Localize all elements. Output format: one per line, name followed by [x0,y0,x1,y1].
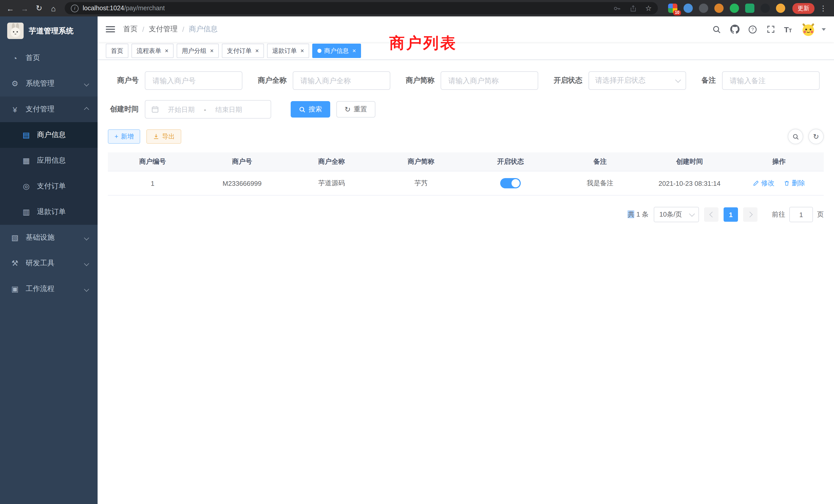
sidebar-item-infra[interactable]: ▧ 基础设施 [0,225,97,250]
password-key-icon[interactable] [612,4,622,13]
extensions-area: 10 [668,4,785,13]
top-navbar: 首页 / 支付管理 / 商户信息 ? TT [97,17,834,42]
sidebar-item-pay-order[interactable]: ◎ 支付订单 [0,174,97,199]
goto-page-input[interactable] [789,207,813,222]
close-icon[interactable]: × [210,48,214,54]
extension-icon[interactable] [683,4,693,13]
extension-icon[interactable] [745,4,754,13]
breadcrumb: 首页 / 支付管理 / 商户信息 [123,25,218,34]
page-content: 商户号 商户全称 商户简称 开启状态 请选择开启状态 备注 [97,60,834,222]
breadcrumb-payment[interactable]: 支付管理 [149,25,178,34]
col-merchant-no: 商户号 [197,153,287,171]
remark-input[interactable] [729,76,813,85]
sidebar-item-refund-order[interactable]: ▥ 退款订单 [0,199,97,225]
close-icon[interactable]: × [165,48,169,54]
prev-page-button[interactable] [704,207,719,222]
sidebar-item-label: 支付管理 [26,105,54,114]
document-icon: ▥ [22,207,31,216]
extension-icon[interactable] [776,4,785,13]
tab-home[interactable]: 首页 [106,44,128,58]
tab-pay-order[interactable]: 支付订单× [222,44,264,58]
pagination-total: 共 1 条 [628,210,649,219]
merchant-no-input[interactable] [152,76,236,85]
extension-icon[interactable]: 10 [668,4,677,13]
date-range-picker[interactable]: - [145,100,271,118]
extension-icon[interactable] [714,4,724,13]
sidebar-item-home[interactable]: ◔ 首页 [0,45,97,71]
breadcrumb-current: 商户信息 [189,25,218,34]
user-avatar[interactable] [800,22,816,37]
page-size-select[interactable]: 10条/页 [654,207,699,222]
monitor-icon: ▧ [10,233,20,242]
calendar-icon [152,106,159,113]
dashboard-icon: ◔ [10,54,20,62]
toggle-search-button[interactable] [788,129,803,144]
close-icon[interactable]: × [301,48,304,54]
extension-icon[interactable] [699,4,708,13]
create-time-label: 创建时间 [108,105,139,114]
app-logo-row[interactable]: 芋道管理系统 [0,17,97,45]
status-toggle[interactable] [500,178,521,188]
cell-status [466,171,555,195]
page-number-button[interactable]: 1 [724,207,738,222]
refresh-icon: ↻ [345,106,351,113]
sidebar-item-label: 研发工具 [26,259,54,268]
tabs-bar: 首页 流程表单× 用户分组× 支付订单× 退款订单× 商户信息× [97,42,834,60]
tab-merchant-info[interactable]: 商户信息× [312,44,361,58]
short-name-input[interactable] [447,76,531,85]
hamburger-icon[interactable] [106,26,115,32]
full-name-input[interactable] [300,76,383,85]
address-bar[interactable]: i localhost:1024/pay/merchant ☆ [65,2,658,14]
bookmark-star-icon[interactable]: ☆ [645,4,652,12]
breadcrumb-home[interactable]: 首页 [123,25,138,34]
gear-icon: ⚙ [10,79,20,88]
delete-button[interactable]: 删除 [784,179,805,188]
cell-remark: 我是备注 [555,171,645,195]
sidebar-item-app-info[interactable]: ▦ 应用信息 [0,148,97,174]
reload-icon[interactable]: ↻ [33,2,45,14]
tab-refund-order[interactable]: 退款订单× [267,44,309,58]
site-info-icon[interactable]: i [71,4,79,12]
col-remark: 备注 [555,153,645,171]
col-create-time: 创建时间 [645,153,734,171]
forward-icon[interactable]: → [19,2,31,14]
add-button[interactable]: + 新增 [108,129,140,144]
close-icon[interactable]: × [352,48,356,54]
target-icon: ◎ [22,182,31,191]
search-button[interactable]: 搜索 [291,101,330,117]
tab-process-form[interactable]: 流程表单× [131,44,174,58]
screen: ← → ↻ ⌂ i localhost:1024/pay/merchant ☆ … [0,0,834,504]
refresh-button[interactable]: ↻ [808,129,824,144]
sidebar-item-payment[interactable]: ¥ 支付管理 [0,96,97,122]
edit-button[interactable]: 修改 [753,179,774,188]
remark-label: 备注 [699,76,716,85]
status-select[interactable]: 请选择开启状态 [589,71,686,90]
export-button[interactable]: 导出 [147,129,181,144]
pagination: 共 1 条 10条/页 1 前往 页 [108,207,824,222]
tab-user-group[interactable]: 用户分组× [177,44,219,58]
reset-button[interactable]: ↻ 重置 [336,101,375,117]
end-date-input[interactable] [209,105,248,114]
close-icon[interactable]: × [255,48,259,54]
search-icon[interactable] [712,25,721,34]
back-icon[interactable]: ← [4,2,17,14]
browser-menu-icon[interactable]: ⋮ [816,4,830,12]
extension-icon[interactable] [730,4,739,13]
home-icon[interactable]: ⌂ [47,2,60,14]
font-size-icon[interactable]: TT [784,25,792,33]
sidebar-item-workflow[interactable]: ▣ 工作流程 [0,276,97,302]
caret-down-icon[interactable] [822,28,826,30]
help-icon[interactable]: ? [748,25,757,34]
github-icon[interactable] [730,25,739,34]
start-date-input[interactable] [162,105,201,114]
next-page-button[interactable] [743,207,758,222]
fullscreen-icon[interactable] [766,25,775,34]
sidebar-item-system[interactable]: ⚙ 系统管理 [0,71,97,96]
sidebar-item-merchant-info[interactable]: ▤ 商户信息 [0,122,97,148]
browser-update-button[interactable]: 更新 [792,3,814,14]
extension-icon[interactable] [761,4,770,13]
extension-badge: 10 [673,10,681,16]
share-icon[interactable] [629,4,638,13]
sidebar-item-devtools[interactable]: ⚒ 研发工具 [0,250,97,276]
grid-icon: ▦ [22,156,31,165]
